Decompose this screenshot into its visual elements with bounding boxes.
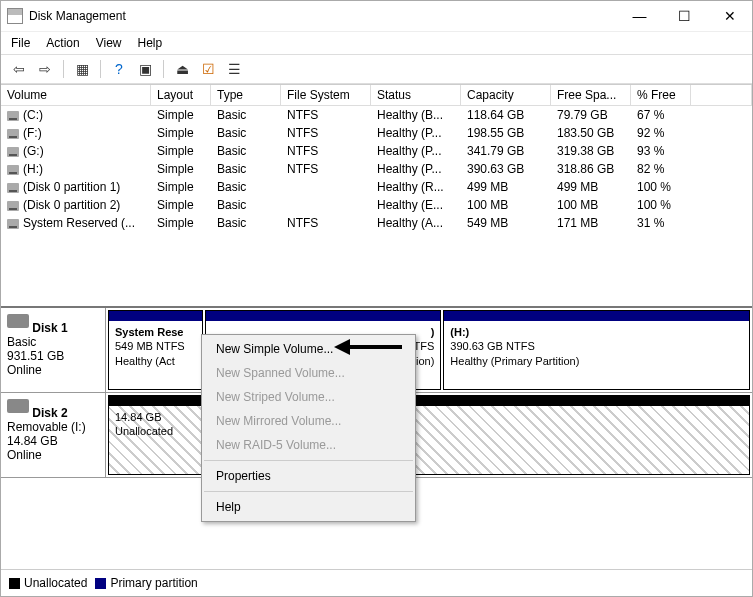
menu-view[interactable]: View <box>96 36 122 50</box>
vol-fs <box>281 178 371 196</box>
primary-bar <box>109 311 202 321</box>
toolbar-separator <box>63 60 64 78</box>
menu-help[interactable]: Help <box>138 36 163 50</box>
ctx-help[interactable]: Help <box>202 495 415 519</box>
vol-type: Basic <box>211 142 281 160</box>
drive-icon <box>7 147 19 157</box>
window-buttons: — ☐ ✕ <box>617 1 752 31</box>
vol-pct: 31 % <box>631 214 691 232</box>
primary-bar <box>444 311 749 321</box>
close-button[interactable]: ✕ <box>707 1 752 31</box>
vol-free: 319.38 GB <box>551 142 631 160</box>
part-status: Healthy (Primary Partition) <box>450 354 743 368</box>
vol-free: 499 MB <box>551 178 631 196</box>
volume-row[interactable]: (F:)SimpleBasicNTFSHealthy (P...198.55 G… <box>1 124 752 142</box>
vol-capacity: 341.79 GB <box>461 142 551 160</box>
eject-icon[interactable]: ⏏ <box>172 59 192 79</box>
drive-icon <box>7 165 19 175</box>
disk1-info[interactable]: Disk 1 Basic 931.51 GB Online <box>1 308 106 392</box>
legend: Unallocated Primary partition <box>1 569 752 596</box>
volume-row[interactable]: (H:)SimpleBasicNTFSHealthy (P...390.63 G… <box>1 160 752 178</box>
vol-fs: NTFS <box>281 160 371 178</box>
ctx-new-mirrored-volume[interactable]: New Mirrored Volume... <box>202 409 415 433</box>
menu-action[interactable]: Action <box>46 36 79 50</box>
vol-pct: 100 % <box>631 196 691 214</box>
col-blank[interactable] <box>691 85 752 106</box>
vol-status: Healthy (P... <box>371 160 461 178</box>
part-title: System Rese <box>115 325 196 339</box>
drive-icon <box>7 219 19 229</box>
forward-icon[interactable]: ⇨ <box>35 59 55 79</box>
minimize-button[interactable]: — <box>617 1 662 31</box>
ctx-separator <box>204 491 413 492</box>
volume-row[interactable]: (Disk 0 partition 1)SimpleBasicHealthy (… <box>1 178 752 196</box>
vol-pct: 67 % <box>631 106 691 124</box>
toolbar-separator <box>163 60 164 78</box>
legend-primary: Primary partition <box>95 576 197 590</box>
col-free[interactable]: Free Spa... <box>551 85 631 106</box>
volume-row[interactable]: (G:)SimpleBasicNTFSHealthy (P...341.79 G… <box>1 142 752 160</box>
drive-icon <box>7 201 19 211</box>
volume-row[interactable]: (Disk 0 partition 2)SimpleBasicHealthy (… <box>1 196 752 214</box>
disk2-info[interactable]: Disk 2 Removable (I:) 14.84 GB Online <box>1 393 106 477</box>
panel-icon[interactable]: ▣ <box>135 59 155 79</box>
ctx-new-spanned-volume[interactable]: New Spanned Volume... <box>202 361 415 385</box>
disk1-name: Disk 1 <box>32 321 67 335</box>
window-title: Disk Management <box>29 9 617 23</box>
list-icon[interactable]: ☰ <box>224 59 244 79</box>
volume-header: Volume Layout Type File System Status Ca… <box>1 85 752 106</box>
col-type[interactable]: Type <box>211 85 281 106</box>
back-icon[interactable]: ⇦ <box>9 59 29 79</box>
ctx-separator <box>204 460 413 461</box>
col-capacity[interactable]: Capacity <box>461 85 551 106</box>
ctx-new-raid5-volume[interactable]: New RAID-5 Volume... <box>202 433 415 457</box>
legend-box-navy <box>95 578 106 589</box>
vol-status: Healthy (R... <box>371 178 461 196</box>
col-fs[interactable]: File System <box>281 85 371 106</box>
ctx-new-simple-volume[interactable]: New Simple Volume... <box>202 337 415 361</box>
disk1-part-sysres[interactable]: System Rese 549 MB NTFS Healthy (Act <box>108 310 203 390</box>
col-layout[interactable]: Layout <box>151 85 211 106</box>
ctx-properties[interactable]: Properties <box>202 464 415 488</box>
check-icon[interactable]: ☑ <box>198 59 218 79</box>
vol-name: (Disk 0 partition 1) <box>1 178 151 196</box>
vol-status: Healthy (A... <box>371 214 461 232</box>
vol-free: 100 MB <box>551 196 631 214</box>
volume-row[interactable]: System Reserved (...SimpleBasicNTFSHealt… <box>1 214 752 232</box>
maximize-button[interactable]: ☐ <box>662 1 707 31</box>
disk1-part-h[interactable]: (H:) 390.63 GB NTFS Healthy (Primary Par… <box>443 310 750 390</box>
vol-fs: NTFS <box>281 214 371 232</box>
disk-icon <box>7 399 29 413</box>
vol-capacity: 100 MB <box>461 196 551 214</box>
volume-row[interactable]: (C:)SimpleBasicNTFSHealthy (B...118.64 G… <box>1 106 752 124</box>
vol-layout: Simple <box>151 178 211 196</box>
vol-name: (Disk 0 partition 2) <box>1 196 151 214</box>
disk2-name: Disk 2 <box>32 406 67 420</box>
col-status[interactable]: Status <box>371 85 461 106</box>
vol-capacity: 390.63 GB <box>461 160 551 178</box>
ctx-new-striped-volume[interactable]: New Striped Volume... <box>202 385 415 409</box>
primary-bar <box>206 311 440 321</box>
grid-icon[interactable]: ▦ <box>72 59 92 79</box>
help-icon[interactable]: ? <box>109 59 129 79</box>
vol-fs: NTFS <box>281 106 371 124</box>
menu-file[interactable]: File <box>11 36 30 50</box>
title-bar: Disk Management — ☐ ✕ <box>1 1 752 31</box>
volume-rows: (C:)SimpleBasicNTFSHealthy (B...118.64 G… <box>1 106 752 306</box>
col-volume[interactable]: Volume <box>1 85 151 106</box>
vol-type: Basic <box>211 124 281 142</box>
col-pct[interactable]: % Free <box>631 85 691 106</box>
disk-icon <box>7 314 29 328</box>
disk1-type: Basic <box>7 335 36 349</box>
vol-pct: 93 % <box>631 142 691 160</box>
vol-status: Healthy (E... <box>371 196 461 214</box>
vol-name: (C:) <box>1 106 151 124</box>
vol-layout: Simple <box>151 106 211 124</box>
vol-name: (G:) <box>1 142 151 160</box>
legend-box-black <box>9 578 20 589</box>
vol-capacity: 549 MB <box>461 214 551 232</box>
drive-icon <box>7 111 19 121</box>
vol-capacity: 118.64 GB <box>461 106 551 124</box>
vol-free: 318.86 GB <box>551 160 631 178</box>
vol-status: Healthy (P... <box>371 124 461 142</box>
